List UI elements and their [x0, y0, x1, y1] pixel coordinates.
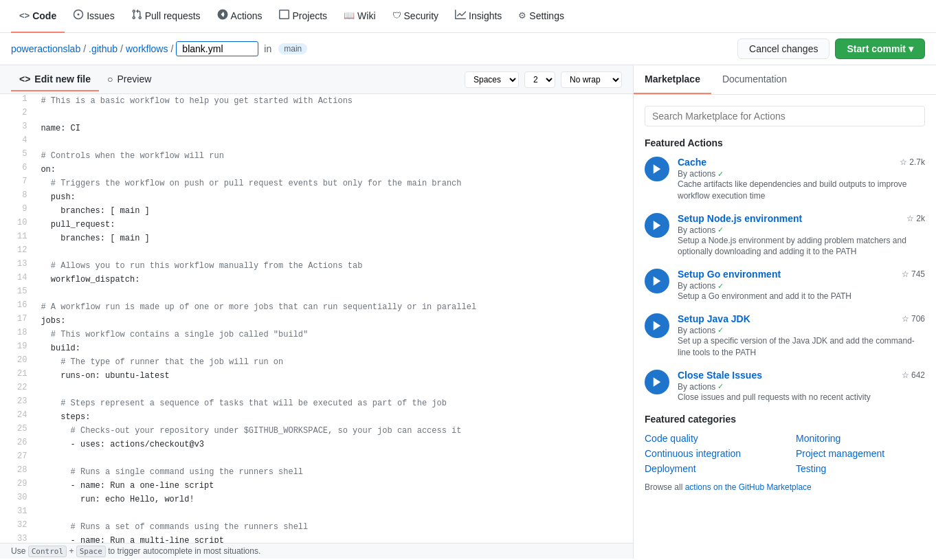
line-number: 23 [0, 396, 35, 410]
nav-settings[interactable]: ⚙ Settings [510, 0, 572, 33]
table-row: 1# This is a basic workflow to help you … [0, 94, 633, 108]
tab-edit[interactable]: <> Edit new file [11, 68, 99, 91]
marketplace-search[interactable] [645, 106, 925, 126]
indent-type-select[interactable]: Spaces Tabs [465, 71, 519, 88]
table-row: 24 steps: [0, 410, 633, 424]
action-stars: ☆ 2.7k [900, 157, 925, 167]
table-row: 23 # Steps represent a sequence of tasks… [0, 396, 633, 410]
nav-pull-requests[interactable]: Pull requests [123, 0, 209, 33]
action-header: Setup Java JDK ☆ 706 [678, 313, 925, 324]
nav-projects-label: Projects [293, 10, 328, 21]
line-number: 3 [0, 122, 35, 135]
nav-insights[interactable]: Insights [447, 0, 510, 33]
line-content: # Triggers the workflow on push or pull … [35, 177, 633, 190]
line-content: # Checks-out your repository under $GITH… [35, 424, 633, 438]
nav-code[interactable]: <> Code [11, 0, 65, 33]
nav-settings-label: Settings [529, 10, 564, 21]
start-commit-button[interactable]: Start commit ▾ [835, 38, 925, 59]
action-icon [645, 370, 669, 394]
line-content: jobs: [35, 314, 633, 328]
tab-documentation[interactable]: Documentation [711, 65, 798, 94]
line-content [35, 383, 633, 396]
filename-input[interactable] [176, 41, 258, 56]
breadcrumb-repo[interactable]: poweractionslab [11, 43, 80, 54]
cancel-changes-button[interactable]: Cancel changes [737, 38, 829, 59]
action-description: Close issues and pull requests with no r… [678, 392, 925, 403]
nav-wiki[interactable]: 📖 Wiki [335, 0, 383, 33]
category-monitoring[interactable]: Monitoring [796, 433, 925, 444]
table-row: 6on: [0, 163, 633, 177]
tab-edit-label: Edit new file [34, 74, 91, 85]
line-content [35, 506, 633, 520]
action-name[interactable]: Setup Java JDK [678, 313, 750, 324]
code-icon: <> [19, 10, 30, 21]
issues-icon [73, 9, 84, 22]
nav-issues[interactable]: Issues [65, 0, 122, 33]
action-description: Set up a specific version of the Java JD… [678, 335, 925, 359]
action-info: Setup Java JDK ☆ 706 By actions ✓ Set up… [678, 313, 925, 359]
line-number: 29 [0, 479, 35, 493]
nav-actions[interactable]: Actions [209, 0, 271, 33]
editor-tabs: <> Edit new file ○ Preview [11, 68, 159, 91]
main-content: <> Edit new file ○ Preview Spaces Tabs 2… [0, 65, 936, 559]
action-name[interactable]: Setup Go environment [678, 269, 781, 280]
line-content: # Runs a single command using the runner… [35, 465, 633, 479]
action-description: Cache artifacts like dependencies and bu… [678, 179, 925, 202]
action-stars: ☆ 642 [902, 370, 925, 380]
action-description: Setup a Go environment and add it to the… [678, 291, 925, 302]
table-row: 12 [0, 245, 633, 259]
action-info: Cache ☆ 2.7k By actions ✓ Cache artifact… [678, 157, 925, 202]
line-number: 25 [0, 424, 35, 438]
table-row: 28 # Runs a single command using the run… [0, 465, 633, 479]
action-name[interactable]: Close Stale Issues [678, 370, 762, 381]
tab-marketplace[interactable]: Marketplace [634, 65, 711, 94]
table-row: 32 # Runs a set of commands using the ru… [0, 520, 633, 534]
category-project-mgmt[interactable]: Project management [796, 448, 925, 459]
code-table: 1# This is a basic workflow to help you … [0, 94, 633, 543]
action-item: Setup Go environment ☆ 745 By actions ✓ … [645, 269, 925, 302]
branch-badge: main [278, 43, 307, 54]
action-stars: ☆ 745 [902, 269, 925, 279]
indent-size-select[interactable]: 2 4 8 [524, 71, 555, 88]
action-info: Setup Go environment ☆ 745 By actions ✓ … [678, 269, 925, 302]
editor-pane: <> Edit new file ○ Preview Spaces Tabs 2… [0, 65, 634, 559]
breadcrumb-actions: Cancel changes Start commit ▾ [737, 38, 925, 59]
line-content [35, 135, 633, 149]
sidebar-content: Featured Actions Cache ☆ 2.7k By actions… [634, 95, 936, 559]
action-info: Setup Node.js environment ☆ 2k By action… [678, 213, 925, 258]
breadcrumb-workflows[interactable]: workflows [126, 43, 168, 54]
svg-point-1 [78, 14, 80, 16]
category-deployment[interactable]: Deployment [645, 463, 774, 474]
tab-preview[interactable]: ○ Preview [99, 68, 159, 91]
action-name[interactable]: Cache [678, 157, 706, 168]
editor-toolbar: <> Edit new file ○ Preview Spaces Tabs 2… [0, 65, 633, 94]
action-name[interactable]: Setup Node.js environment [678, 213, 802, 224]
line-number: 31 [0, 506, 35, 520]
featured-section-title: Featured Actions [645, 137, 925, 148]
line-number: 10 [0, 218, 35, 232]
line-number: 11 [0, 232, 35, 245]
projects-icon [279, 9, 290, 22]
nav-projects[interactable]: Projects [271, 0, 336, 33]
line-content [35, 451, 633, 465]
table-row: 15 [0, 287, 633, 300]
category-testing[interactable]: Testing [796, 463, 925, 474]
insights-icon [455, 9, 466, 22]
nav-security[interactable]: 🛡 Security [384, 0, 447, 33]
breadcrumb-github[interactable]: .github [89, 43, 118, 54]
line-content: # Allows you to run this workflow manual… [35, 259, 633, 273]
line-number: 17 [0, 314, 35, 328]
line-number: 6 [0, 163, 35, 177]
browse-all-link[interactable]: actions on the GitHub Marketplace [685, 482, 812, 492]
category-code-quality[interactable]: Code quality [645, 433, 774, 444]
table-row: 16# A workflow run is made up of one or … [0, 300, 633, 314]
wrap-select[interactable]: No wrap Soft wrap [561, 71, 622, 88]
line-content: push: [35, 190, 633, 204]
category-ci[interactable]: Continuous integration [645, 448, 774, 459]
table-row: 31 [0, 506, 633, 520]
table-row: 19 build: [0, 341, 633, 355]
line-content: on: [35, 163, 633, 177]
action-by: By actions ✓ [678, 281, 925, 291]
code-editor[interactable]: 1# This is a basic workflow to help you … [0, 94, 633, 543]
line-content: workflow_dispatch: [35, 273, 633, 287]
